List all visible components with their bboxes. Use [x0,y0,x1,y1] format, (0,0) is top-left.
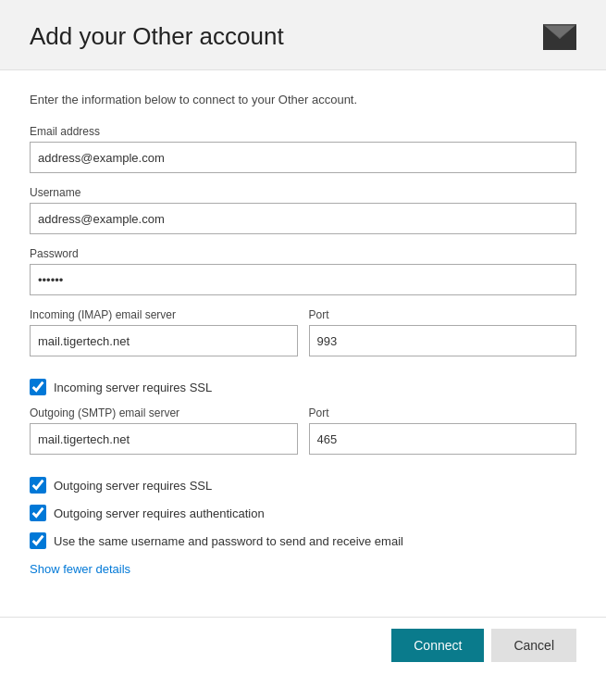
outgoing-server-row: Outgoing (SMTP) email server Port [30,406,576,468]
same-credentials-checkbox[interactable] [30,532,46,549]
incoming-port-label: Port [309,308,577,321]
outgoing-auth-checkbox[interactable] [30,505,46,521]
password-label: Password [30,247,576,260]
connect-button[interactable]: Connect [391,629,484,662]
same-credentials-row: Use the same username and password to se… [30,532,576,549]
incoming-server-input[interactable] [30,325,298,356]
cancel-button[interactable]: Cancel [491,629,576,662]
mail-icon [543,24,576,50]
same-credentials-label[interactable]: Use the same username and password to se… [54,534,403,548]
email-input[interactable] [30,142,576,173]
page-title: Add your Other account [30,22,284,51]
incoming-server-label: Incoming (IMAP) email server [30,308,298,321]
outgoing-ssl-label[interactable]: Outgoing server requires SSL [54,479,212,493]
outgoing-port-label: Port [309,406,577,419]
incoming-ssl-label[interactable]: Incoming server requires SSL [54,381,212,394]
password-input[interactable] [30,264,576,295]
incoming-server-row: Incoming (IMAP) email server Port [30,308,576,369]
incoming-server-field-group: Incoming (IMAP) email server [30,308,298,356]
outgoing-port-input[interactable] [309,423,577,455]
outgoing-server-label: Outgoing (SMTP) email server [30,406,298,419]
dialog-header: Add your Other account [0,0,606,70]
outgoing-auth-label[interactable]: Outgoing server requires authentication [54,506,265,520]
incoming-ssl-checkbox[interactable] [30,379,46,395]
outgoing-auth-row: Outgoing server requires authentication [30,505,576,521]
outgoing-ssl-row: Outgoing server requires SSL [30,477,576,494]
username-field-group: Username [30,186,576,234]
username-label: Username [30,186,576,199]
password-field-group: Password [30,247,576,295]
incoming-port-input[interactable] [309,325,577,356]
outgoing-server-input[interactable] [30,423,298,455]
dialog-content: Enter the information below to connect t… [0,70,606,617]
incoming-ssl-row: Incoming server requires SSL [30,379,576,395]
dialog-footer: Connect Cancel [0,617,606,673]
description-text: Enter the information below to connect t… [30,93,576,106]
outgoing-port-field-group: Port [309,406,577,455]
email-label: Email address [30,125,576,138]
email-field-group: Email address [30,125,576,173]
username-input[interactable] [30,203,576,234]
show-fewer-details-link[interactable]: Show fewer details [30,562,130,576]
incoming-port-field-group: Port [309,308,577,356]
outgoing-ssl-checkbox[interactable] [30,477,46,494]
outgoing-server-field-group: Outgoing (SMTP) email server [30,406,298,455]
